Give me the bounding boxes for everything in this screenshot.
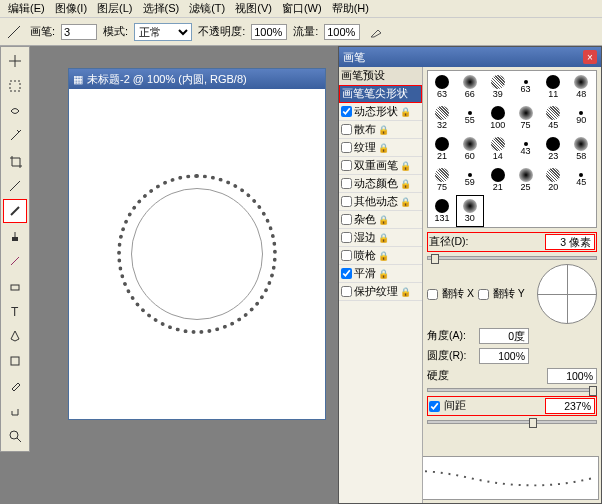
brush-preset-cell[interactable]: 100	[485, 103, 511, 133]
brush-preset-cell[interactable]: 39	[485, 72, 511, 102]
diameter-value[interactable]: 3 像素	[545, 234, 595, 250]
brush-preset-cell[interactable]: 90	[568, 103, 594, 133]
zoom-tool[interactable]	[3, 424, 27, 448]
wand-tool[interactable]	[3, 124, 27, 148]
close-icon[interactable]: ×	[583, 50, 597, 64]
spacing-value[interactable]: 237%	[545, 398, 595, 414]
opt-shape-dynamics[interactable]: 动态形状🔒	[339, 103, 422, 121]
history-brush-tool[interactable]	[3, 249, 27, 273]
chk-dual[interactable]	[341, 160, 352, 171]
brush-preset-cell[interactable]: 32	[429, 103, 455, 133]
opt-dual-brush[interactable]: 双重画笔🔒	[339, 157, 422, 175]
brush-preset-cell[interactable]: 45	[568, 165, 594, 195]
roundness-value[interactable]: 100%	[479, 348, 529, 364]
brush-preset-cell[interactable]: 43	[513, 134, 539, 164]
brush-preset-cell[interactable]: 21	[429, 134, 455, 164]
menu-edit[interactable]: 编辑(E)	[4, 0, 49, 17]
chk-flipy[interactable]	[478, 289, 489, 300]
menu-window[interactable]: 窗口(W)	[278, 0, 326, 17]
brush-preset-cell[interactable]: 63	[429, 72, 455, 102]
move-tool[interactable]	[3, 49, 27, 73]
chk-smooth[interactable]	[341, 268, 352, 279]
brush-preset-grid[interactable]: 6366396311483255100754590216014432358755…	[427, 70, 597, 228]
brush-preset-cell[interactable]: 75	[429, 165, 455, 195]
opt-airbrush[interactable]: 喷枪🔒	[339, 247, 422, 265]
hardness-value[interactable]: 100%	[547, 368, 597, 384]
brush-preset-cell[interactable]: 21	[485, 165, 511, 195]
brush-preset-cell[interactable]: 48	[568, 72, 594, 102]
opt-scatter[interactable]: 散布🔒	[339, 121, 422, 139]
eyedropper-tool[interactable]	[3, 374, 27, 398]
hand-tool[interactable]	[3, 399, 27, 423]
marquee-tool[interactable]	[3, 74, 27, 98]
brush-preset-cell[interactable]: 55	[457, 103, 483, 133]
brush-preset-cell[interactable]: 63	[513, 72, 539, 102]
brush-preset-cell[interactable]: 14	[485, 134, 511, 164]
angle-value[interactable]: 0度	[479, 328, 529, 344]
opt-smoothing[interactable]: 平滑🔒	[339, 265, 422, 283]
opt-protect-texture[interactable]: 保护纹理🔒	[339, 283, 422, 301]
opt-texture[interactable]: 纹理🔒	[339, 139, 422, 157]
chk-noise[interactable]	[341, 214, 352, 225]
slider-thumb[interactable]	[431, 254, 439, 264]
brush-preset-cell[interactable]: 23	[540, 134, 566, 164]
menu-layer[interactable]: 图层(L)	[93, 0, 136, 17]
brush-preset-cell[interactable]: 75	[513, 103, 539, 133]
chk-scatter[interactable]	[341, 124, 352, 135]
menu-image[interactable]: 图像(I)	[51, 0, 91, 17]
brush-preset-cell[interactable]: 45	[540, 103, 566, 133]
diameter-slider[interactable]	[427, 256, 597, 260]
opacity-value[interactable]: 100%	[251, 24, 287, 40]
brush-preset-cell[interactable]: 60	[457, 134, 483, 164]
eraser-tool[interactable]	[3, 274, 27, 298]
mode-select[interactable]: 正常	[134, 23, 192, 41]
chk-spacing[interactable]	[429, 401, 440, 412]
angle-widget[interactable]	[537, 264, 597, 324]
menu-select[interactable]: 选择(S)	[139, 0, 184, 17]
chk-airbrush[interactable]	[341, 250, 352, 261]
lasso-tool[interactable]	[3, 99, 27, 123]
pen-tool[interactable]	[3, 324, 27, 348]
brush-preset-cell[interactable]: 131	[429, 196, 455, 226]
document-titlebar[interactable]: ▦ 未标题-2 @ 100% (内圆, RGB/8)	[69, 69, 325, 89]
shape-tool[interactable]	[3, 349, 27, 373]
flow-value[interactable]: 100%	[324, 24, 360, 40]
brush-preset-cell[interactable]: 66	[457, 72, 483, 102]
opt-color-dynamics[interactable]: 动态颜色🔒	[339, 175, 422, 193]
opt-tip-shape[interactable]: 画笔笔尖形状	[339, 85, 422, 103]
chk-wet[interactable]	[341, 232, 352, 243]
slider-thumb[interactable]	[589, 386, 597, 396]
chk-color-dyn[interactable]	[341, 178, 352, 189]
chk-flipx[interactable]	[427, 289, 438, 300]
hardness-slider[interactable]	[427, 388, 597, 392]
airbrush-icon[interactable]	[366, 22, 386, 42]
brush-preset-cell[interactable]: 25	[513, 165, 539, 195]
opt-preset[interactable]: 画笔预设	[339, 67, 422, 85]
canvas[interactable]	[69, 89, 325, 419]
brush-tool[interactable]	[3, 199, 27, 223]
slice-tool[interactable]	[3, 174, 27, 198]
type-tool[interactable]: T	[3, 299, 27, 323]
stamp-tool[interactable]	[3, 224, 27, 248]
brush-preset-cell[interactable]: 11	[540, 72, 566, 102]
menu-view[interactable]: 视图(V)	[231, 0, 276, 17]
spacing-slider[interactable]	[427, 420, 597, 424]
opt-wet-edges[interactable]: 湿边🔒	[339, 229, 422, 247]
brush-size-value[interactable]: 3	[61, 24, 97, 40]
menu-help[interactable]: 帮助(H)	[328, 0, 373, 17]
slider-thumb[interactable]	[529, 418, 537, 428]
brush-preset-cell[interactable]: 58	[568, 134, 594, 164]
chk-texture[interactable]	[341, 142, 352, 153]
opt-noise[interactable]: 杂色🔒	[339, 211, 422, 229]
chk-other-dyn[interactable]	[341, 196, 352, 207]
tool-preset-icon[interactable]	[4, 22, 24, 42]
brush-preset-cell[interactable]: 20	[540, 165, 566, 195]
brush-preset-cell[interactable]: 30	[457, 196, 483, 226]
chk-protect[interactable]	[341, 286, 352, 297]
menu-filter[interactable]: 滤镜(T)	[185, 0, 229, 17]
crop-tool[interactable]	[3, 149, 27, 173]
opt-other-dynamics[interactable]: 其他动态🔒	[339, 193, 422, 211]
panel-titlebar[interactable]: 画笔 ×	[339, 47, 601, 67]
chk-shape-dynamics[interactable]	[341, 106, 352, 117]
brush-preset-cell[interactable]: 59	[457, 165, 483, 195]
